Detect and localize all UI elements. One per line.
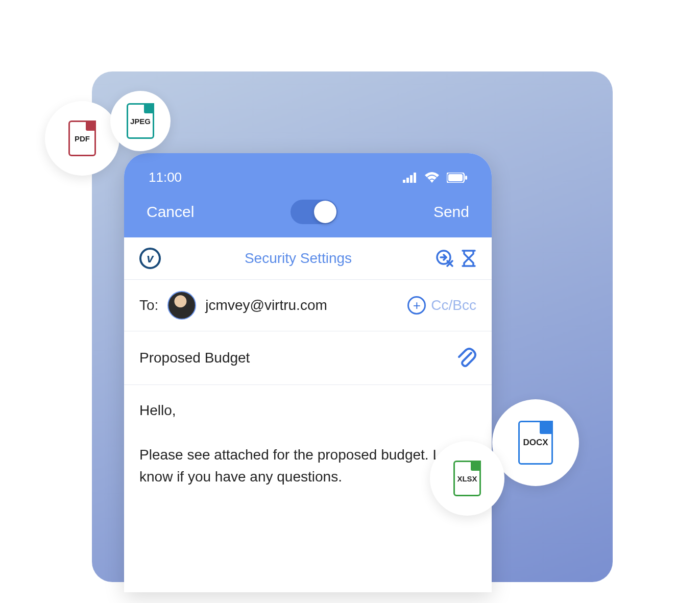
ccbcc-group: + Cc/Bcc	[407, 296, 476, 315]
file-badge-xlsx: XLSX	[430, 441, 504, 516]
to-row: To: jcmvey@virtru.com + Cc/Bcc	[124, 280, 492, 331]
security-option-icons	[436, 249, 476, 268]
virtru-logo-icon: v	[139, 248, 161, 269]
svg-rect-2	[410, 175, 413, 183]
xlsx-file-icon: XLSX	[453, 461, 481, 496]
ccbcc-button[interactable]: Cc/Bcc	[431, 297, 476, 313]
send-button[interactable]: Send	[433, 203, 469, 221]
subject-row: Proposed Budget	[124, 331, 492, 385]
status-bar: 11:00	[124, 170, 492, 195]
plus-icon: +	[413, 298, 421, 313]
svg-rect-6	[465, 176, 467, 180]
toggle-thumb	[314, 201, 336, 223]
cellular-icon	[403, 173, 417, 183]
file-badge-pdf: PDF	[45, 101, 119, 176]
recipient-email[interactable]: jcmvey@virtru.com	[205, 297, 398, 313]
phone-header: 11:00 Cancel Send	[124, 153, 492, 237]
wifi-icon	[424, 172, 440, 183]
docx-file-icon: DOCX	[518, 421, 553, 465]
nav-bar: Cancel Send	[124, 195, 492, 237]
encryption-toggle[interactable]	[291, 200, 337, 224]
expiration-icon[interactable]	[461, 249, 476, 268]
security-settings-row[interactable]: v Security Settings	[124, 237, 492, 280]
svg-rect-3	[414, 173, 416, 183]
to-label: To:	[139, 297, 158, 313]
add-recipient-button[interactable]: +	[407, 296, 426, 315]
svg-rect-5	[448, 174, 463, 181]
file-badge-jpeg: JPEG	[110, 91, 171, 151]
phone-frame: 11:00 Cancel Send v Security Settings To…	[124, 153, 492, 592]
pdf-label: PDF	[75, 134, 90, 143]
cancel-button[interactable]: Cancel	[147, 203, 194, 221]
jpeg-label: JPEG	[130, 117, 151, 126]
svg-rect-0	[403, 180, 405, 183]
subject-input[interactable]: Proposed Budget	[139, 350, 250, 366]
jpeg-file-icon: JPEG	[127, 103, 154, 139]
recipient-avatar[interactable]	[167, 291, 196, 320]
docx-label: DOCX	[523, 438, 548, 448]
status-time: 11:00	[149, 170, 182, 185]
file-badge-docx: DOCX	[492, 399, 579, 486]
xlsx-label: XLSX	[457, 474, 477, 483]
security-settings-label: Security Settings	[245, 250, 352, 267]
svg-rect-1	[406, 178, 409, 183]
disable-forward-icon[interactable]	[436, 249, 454, 268]
attachment-icon[interactable]	[456, 347, 476, 369]
pdf-file-icon: PDF	[68, 120, 96, 156]
battery-icon	[447, 173, 467, 183]
status-icons	[403, 172, 467, 183]
